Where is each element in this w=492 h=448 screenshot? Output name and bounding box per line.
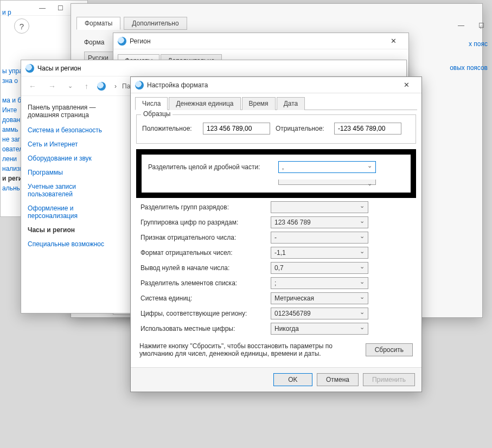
sidebar-item-clock-region[interactable]: Часы и регион [28,226,122,234]
globe-icon [25,64,34,73]
up-icon[interactable]: ↑ [81,81,92,92]
tab-time[interactable]: Время [242,97,276,110]
setting-combo-list-sep[interactable]: ; [271,277,368,289]
recent-icon[interactable]: ⌄ [65,81,76,91]
titlebar-region: Регион ✕ [113,33,408,49]
reset-description: Нажмите кнопку "Сбросить", чтобы восстан… [139,342,358,357]
tab-numbers[interactable]: Числа [135,97,168,110]
setting-combo-leading-zero[interactable]: 0,7 [271,262,368,274]
setting-label-group-sep: Разделитель групп разрядов: [140,203,265,211]
tab-date[interactable]: Дата [277,97,305,110]
positive-label: Положительное: [142,125,197,132]
forward-icon[interactable]: → [45,81,59,92]
setting-combo-hidden[interactable] [278,180,376,185]
title-main: Настройка формата [147,81,395,89]
maximize-icon[interactable]: ☐ [57,4,63,12]
setting-label-leading-zero: Вывод нулей в начале числа: [140,264,265,272]
timezone-link-1[interactable]: х пояс [469,40,488,48]
setting-label-neg-format: Формат отрицательных чисел: [140,249,265,257]
setting-combo-group-sep[interactable] [271,201,368,213]
breadcrumb-sep: › [114,82,117,90]
reset-button[interactable]: Сбросить [366,343,413,356]
globe-icon [118,37,126,46]
setting-combo-standard-digits[interactable]: 0123456789 [271,308,368,319]
sidebar-item-system[interactable]: Система и безопасность [28,126,122,134]
tab-currency[interactable]: Денежная единица [169,97,240,110]
ok-button[interactable]: OK [273,373,312,386]
sidebar-item-accessibility[interactable]: Специальные возможнос [28,240,122,248]
sidebar: Панель управления — домашняя страница Си… [21,98,129,260]
apply-button[interactable]: Применить [363,373,415,386]
setting-combo-digit-grouping[interactable]: 123 456 789 [271,216,368,228]
sidebar-home-link[interactable]: Панель управления — домашняя страница [28,104,122,119]
title-cpw: Часы и регион [37,65,81,72]
tab-formats-bg[interactable]: Форматы [76,17,120,30]
setting-label-list-sep: Разделитель элементов списка: [140,279,265,287]
globe-icon [135,81,144,89]
setting-label-digit-grouping: Группировка цифр по разрядам: [140,219,265,226]
format-label-bg: Форма [84,39,104,46]
highlight-box: Разделитель целой и дробной части: , [136,149,416,198]
title-region: Регион [130,37,382,45]
titlebar-cpw: Часы и регион [21,60,406,76]
sidebar-item-appearance[interactable]: Оформление и персонализация [28,204,122,220]
sidebar-item-accounts[interactable]: Учетные записи пользователей [28,183,122,198]
tab-additional-bg[interactable]: Дополнительно [124,17,187,30]
setting-label-standard-digits: Цифры, соответствующие региону: [140,310,265,317]
help-icon[interactable]: ? [14,18,29,34]
setting-combo-decimal-sep[interactable]: , [278,161,376,173]
setting-combo-neg-sign[interactable]: - [271,232,368,244]
setting-label-neg-sign: Признак отрицательного числа: [140,234,265,241]
negative-sample: -123 456 789,00 [334,123,401,135]
sidebar-item-network[interactable]: Сеть и Интернет [28,140,122,148]
sidebar-item-hardware[interactable]: Оборудование и звук [28,155,122,162]
positive-sample: 123 456 789,00 [203,123,270,135]
negative-label: Отрицательное: [276,125,329,132]
setting-label-decimal-sep: Разделитель целой и дробной части: [148,163,273,171]
button-bar: OK Отмена Применить [131,367,421,392]
samples-frame: Образцы Положительное: 123 456 789,00 От… [136,114,416,144]
setting-combo-neg-format[interactable]: -1,1 [271,247,368,259]
close-icon[interactable]: ✕ [395,79,417,92]
setting-label-native-digits: Использовать местные цифры: [140,325,265,332]
setting-label-measurement: Система единиц: [140,295,265,302]
samples-legend: Образцы [141,110,172,118]
close-icon[interactable]: ✕ [382,35,404,48]
titlebar-main: Настройка формата ✕ [131,77,421,93]
timezone-link-2[interactable]: овых поясов [450,64,488,72]
dialog-customize-format: Настройка формата ✕ Числа Денежная едини… [130,76,422,392]
minimize-icon[interactable]: — [39,4,46,12]
setting-combo-measurement[interactable]: Метрическая [271,292,368,304]
sidebar-item-programs[interactable]: Программы [28,169,122,176]
setting-combo-native-digits[interactable]: Никогда [271,323,368,335]
globe-icon [97,82,106,91]
minimize-icon[interactable]: — [458,22,464,29]
cancel-button[interactable]: Отмена [317,373,359,386]
back-icon[interactable]: ← [25,81,40,92]
search-icon[interactable]: ⌕ [480,23,483,30]
